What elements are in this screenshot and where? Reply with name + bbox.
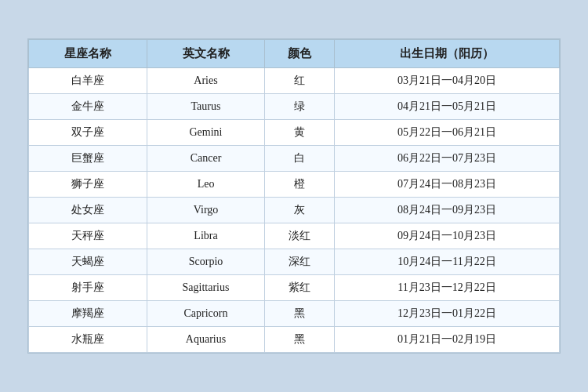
table-row: 双子座Gemini黄05月22日一06月21日 — [29, 120, 560, 146]
cell-english-name: Aries — [147, 68, 265, 94]
table-row: 水瓶座Aquarius黑01月21日一02月19日 — [29, 327, 560, 353]
cell-color: 红 — [265, 68, 335, 94]
cell-color: 橙 — [265, 172, 335, 198]
cell-dates: 12月23日一01月22日 — [335, 301, 560, 327]
zodiac-table: 星座名称 英文名称 颜色 出生日期（阳历） 白羊座Aries红03月21日一04… — [28, 39, 560, 353]
cell-dates: 04月21日一05月21日 — [335, 94, 560, 120]
cell-english-name: Libra — [147, 223, 265, 249]
cell-color: 紫红 — [265, 275, 335, 301]
cell-chinese-name: 白羊座 — [29, 68, 147, 94]
cell-english-name: Aquarius — [147, 327, 265, 353]
cell-dates: 11月23日一12月22日 — [335, 275, 560, 301]
cell-color: 深红 — [265, 249, 335, 275]
cell-english-name: Taurus — [147, 94, 265, 120]
cell-chinese-name: 巨蟹座 — [29, 146, 147, 172]
table-row: 射手座Sagittarius紫红11月23日一12月22日 — [29, 275, 560, 301]
table-row: 狮子座Leo橙07月24日一08月23日 — [29, 172, 560, 198]
zodiac-table-container: 星座名称 英文名称 颜色 出生日期（阳历） 白羊座Aries红03月21日一04… — [27, 38, 561, 354]
cell-color: 黑 — [265, 327, 335, 353]
cell-dates: 06月22日一07月23日 — [335, 146, 560, 172]
cell-chinese-name: 射手座 — [29, 275, 147, 301]
cell-english-name: Capricorn — [147, 301, 265, 327]
cell-chinese-name: 天蝎座 — [29, 249, 147, 275]
cell-dates: 07月24日一08月23日 — [335, 172, 560, 198]
cell-color: 灰 — [265, 198, 335, 223]
cell-english-name: Cancer — [147, 146, 265, 172]
header-color: 颜色 — [265, 40, 335, 68]
cell-color: 黑 — [265, 301, 335, 327]
table-row: 天秤座Libra淡红09月24日一10月23日 — [29, 223, 560, 249]
cell-english-name: Sagittarius — [147, 275, 265, 301]
header-chinese-name: 星座名称 — [29, 40, 147, 68]
cell-chinese-name: 金牛座 — [29, 94, 147, 120]
cell-chinese-name: 水瓶座 — [29, 327, 147, 353]
header-dates: 出生日期（阳历） — [335, 40, 560, 68]
table-row: 处女座Virgo灰08月24日一09月23日 — [29, 198, 560, 223]
table-header-row: 星座名称 英文名称 颜色 出生日期（阳历） — [29, 40, 560, 68]
table-body: 白羊座Aries红03月21日一04月20日金牛座Taurus绿04月21日一0… — [29, 68, 560, 353]
cell-color: 淡红 — [265, 223, 335, 249]
cell-color: 绿 — [265, 94, 335, 120]
cell-color: 黄 — [265, 120, 335, 146]
cell-english-name: Scorpio — [147, 249, 265, 275]
table-row: 天蝎座Scorpio深红10月24日一11月22日 — [29, 249, 560, 275]
cell-chinese-name: 双子座 — [29, 120, 147, 146]
table-row: 白羊座Aries红03月21日一04月20日 — [29, 68, 560, 94]
cell-dates: 03月21日一04月20日 — [335, 68, 560, 94]
cell-chinese-name: 天秤座 — [29, 223, 147, 249]
cell-color: 白 — [265, 146, 335, 172]
table-row: 巨蟹座Cancer白06月22日一07月23日 — [29, 146, 560, 172]
cell-english-name: Gemini — [147, 120, 265, 146]
cell-dates: 10月24日一11月22日 — [335, 249, 560, 275]
cell-dates: 05月22日一06月21日 — [335, 120, 560, 146]
cell-english-name: Leo — [147, 172, 265, 198]
cell-dates: 08月24日一09月23日 — [335, 198, 560, 223]
table-row: 摩羯座Capricorn黑12月23日一01月22日 — [29, 301, 560, 327]
cell-dates: 09月24日一10月23日 — [335, 223, 560, 249]
header-english-name: 英文名称 — [147, 40, 265, 68]
cell-chinese-name: 处女座 — [29, 198, 147, 223]
cell-chinese-name: 摩羯座 — [29, 301, 147, 327]
cell-english-name: Virgo — [147, 198, 265, 223]
table-row: 金牛座Taurus绿04月21日一05月21日 — [29, 94, 560, 120]
cell-chinese-name: 狮子座 — [29, 172, 147, 198]
cell-dates: 01月21日一02月19日 — [335, 327, 560, 353]
